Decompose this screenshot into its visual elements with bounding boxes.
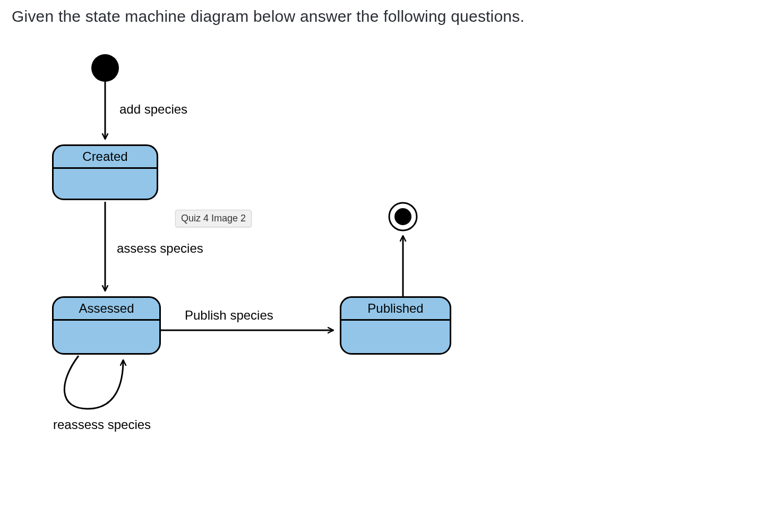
- state-assessed-label: Assessed: [54, 301, 159, 316]
- state-divider: [341, 319, 450, 321]
- svg-point-0: [389, 203, 417, 230]
- transition-label-reassess-species: reassess species: [53, 417, 151, 432]
- state-machine-diagram: [0, 0, 773, 532]
- state-divider: [54, 167, 157, 169]
- state-assessed: Assessed: [52, 296, 161, 355]
- transition-label-publish-species: Publish species: [185, 308, 273, 323]
- final-state-icon: [389, 203, 417, 230]
- state-divider: [54, 319, 159, 321]
- transition-arrow-reassess-species: [64, 356, 123, 409]
- state-published-label: Published: [341, 301, 450, 316]
- initial-state-icon: [91, 54, 119, 82]
- transition-label-assess-species: assess species: [117, 241, 203, 256]
- question-prompt: Given the state machine diagram below an…: [12, 7, 525, 25]
- state-published: Published: [340, 296, 451, 355]
- state-created-label: Created: [54, 149, 157, 164]
- transition-label-add-species: add species: [119, 102, 187, 117]
- svg-point-1: [394, 208, 411, 225]
- state-created: Created: [52, 144, 158, 200]
- image-tooltip: Quiz 4 Image 2: [175, 210, 252, 227]
